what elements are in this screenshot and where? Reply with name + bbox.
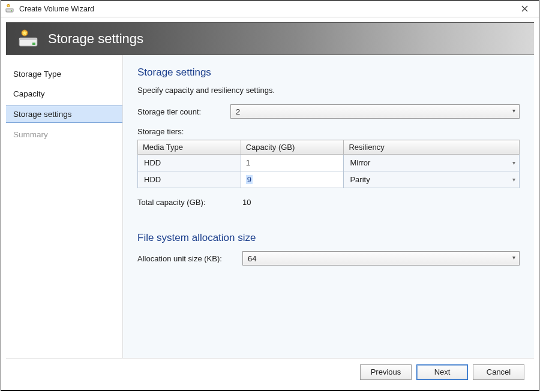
svg-rect-8 [32,43,35,45]
close-button[interactable] [514,1,535,17]
next-button[interactable]: Next [416,364,468,380]
tier-count-select[interactable]: 2 ▾ [230,104,520,119]
alloc-value: 64 [248,254,256,263]
total-capacity-value: 10 [242,198,251,207]
chevron-down-icon: ▾ [512,159,515,166]
drive-icon [5,4,16,14]
tier-media: HDD [138,173,241,186]
col-capacity[interactable]: Capacity (GB) [241,140,344,155]
sidebar-item-summary: Summary [6,126,122,143]
sidebar-item-label: Storage Type [13,70,61,79]
wizard-header-title: Storage settings [48,31,143,47]
svg-rect-1 [6,8,13,10]
tier-resiliency-select[interactable]: Mirror ▾ [344,155,519,171]
section-title-storage: Storage settings [137,67,520,79]
wizard-footer: Previous Next Cancel [6,358,534,385]
tiers-table: Media Type Capacity (GB) Resiliency HDD … [137,140,520,188]
drive-large-icon [17,28,42,50]
wizard-header: Storage settings [6,22,534,55]
cancel-button[interactable]: Cancel [473,364,524,380]
alloc-label: Allocation unit size (KB): [137,254,242,263]
sidebar-item-storage-settings[interactable]: Storage settings [6,105,122,123]
tier-count-label: Storage tier count: [137,107,230,116]
wizard-body: Storage Type Capacity Storage settings S… [6,55,534,358]
tier-count-row: Storage tier count: 2 ▾ [137,104,520,119]
table-row: HDD 9 Parity ▾ [138,171,520,188]
tier-count-value: 2 [236,107,240,116]
tier-capacity-input[interactable]: 1 [241,155,344,171]
chevron-down-icon: ▾ [512,254,515,261]
sidebar-item-label: Capacity [13,89,45,98]
svg-rect-7 [19,38,37,40]
tier-resiliency-select[interactable]: Parity ▾ [344,171,519,188]
storage-description: Specify capacity and resiliency settings… [137,86,520,95]
tiers-label: Storage tiers: [137,127,520,136]
sidebar-item-storage-type[interactable]: Storage Type [6,66,122,82]
wizard-sidebar: Storage Type Capacity Storage settings S… [6,55,123,358]
col-media-type[interactable]: Media Type [138,140,241,155]
total-capacity-row: Total capacity (GB): 10 [137,198,520,207]
section-title-filesystem: File system allocation size [137,232,520,244]
chevron-down-icon: ▾ [512,107,515,114]
close-icon [521,5,528,12]
sidebar-item-label: Summary [13,130,48,139]
window-title: Create Volume Wizard [19,5,514,13]
table-header-row: Media Type Capacity (GB) Resiliency [138,140,520,155]
sidebar-item-label: Storage settings [13,110,72,119]
table-row: HDD 1 Mirror ▾ [138,155,520,171]
wizard-content: Storage settings Specify capacity and re… [123,55,534,358]
sidebar-item-capacity[interactable]: Capacity [6,86,122,102]
svg-point-2 [11,10,12,11]
wizard-window: Create Volume Wizard Storage settings St [1,0,539,391]
tier-capacity-input[interactable]: 9 [241,171,344,188]
alloc-row: Allocation unit size (KB): 64 ▾ [137,251,520,266]
tier-media: HDD [138,156,241,170]
alloc-select[interactable]: 64 ▾ [242,251,520,266]
titlebar: Create Volume Wizard [1,1,539,17]
total-capacity-label: Total capacity (GB): [137,198,242,207]
chevron-down-icon: ▾ [512,176,515,183]
col-resiliency[interactable]: Resiliency [344,140,520,155]
previous-button[interactable]: Previous [360,364,412,380]
